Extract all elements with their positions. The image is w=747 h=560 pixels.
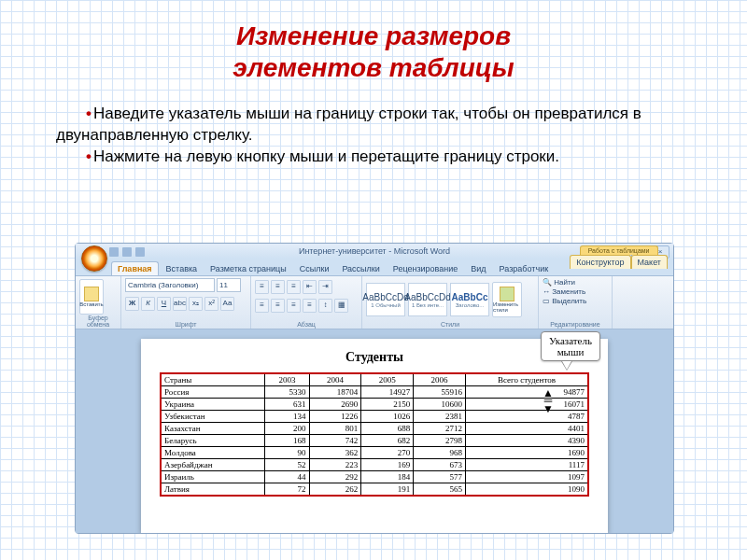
table-header: 2006 [414, 373, 466, 386]
table-header: 2004 [309, 373, 361, 386]
font-size-combo[interactable]: 11 [217, 278, 241, 292]
table-header: 2005 [361, 373, 414, 386]
table-row[interactable]: Россия533018704149275591694877 [161, 386, 588, 399]
students-table[interactable]: Страны2003200420052006Всего студентов Ро… [160, 372, 589, 497]
tab-developer[interactable]: Разработчик [494, 262, 554, 275]
paste-button[interactable]: Вставить [79, 279, 104, 315]
align-right-button[interactable]: ≡ [287, 299, 301, 313]
tab-insert[interactable]: Вставка [161, 262, 203, 275]
tab-view[interactable]: Вид [465, 262, 491, 275]
callout-pointer: Указательмыши [541, 331, 600, 370]
style-no-spacing[interactable]: AaBbCcDd1 Без инте... [408, 283, 447, 316]
table-row[interactable]: Молдова903622709681690 [161, 447, 588, 459]
table-row[interactable]: Латвия722621915651090 [161, 483, 588, 497]
slide-title: Изменение размеровэлементов таблицы [0, 21, 747, 83]
align-center-button[interactable]: ≡ [271, 299, 285, 313]
align-left-button[interactable]: ≡ [255, 299, 269, 313]
select-button[interactable]: ▭ Выделить [543, 297, 586, 305]
ribbon-tabs: Главная Вставка Разметка страницы Ссылки… [76, 259, 673, 275]
resize-cursor-icon: ▲═▼ [543, 389, 554, 413]
table-header: Страны [161, 373, 265, 386]
bold-button[interactable]: Ж [125, 297, 139, 311]
bullet-icon: • [86, 105, 92, 122]
underline-button[interactable]: Ч [157, 297, 171, 311]
italic-button[interactable]: К [141, 297, 155, 311]
table-row[interactable]: Казахстан20080168827124401 [161, 423, 588, 435]
tab-references[interactable]: Ссылки [294, 262, 335, 275]
ribbon: Вставить Буфер обмена Cambria (Заголовки… [76, 275, 673, 329]
table-row[interactable]: Азербайджан522231696731117 [161, 459, 588, 471]
replace-button[interactable]: ↔ Заменить [543, 287, 585, 296]
word-screenshot: Интернет-университет - Microsoft Word _ … [75, 243, 674, 534]
multilevel-button[interactable]: ≡ [287, 280, 301, 294]
style-normal[interactable]: AaBbCcDd1 Обычный [366, 283, 405, 316]
indent-inc-button[interactable]: ⇥ [318, 280, 332, 294]
tab-page-layout[interactable]: Разметка страницы [204, 262, 292, 275]
tab-mailings[interactable]: Рассылки [336, 262, 385, 275]
case-button[interactable]: Aa [220, 297, 234, 311]
spacing-button[interactable]: ↕ [318, 299, 332, 313]
numbering-button[interactable]: ≡ [271, 280, 285, 294]
sub-button[interactable]: x₂ [189, 297, 203, 311]
font-name-combo[interactable]: Cambria (Заголовки) [125, 278, 215, 292]
table-row[interactable]: Беларусь16874268227984390 [161, 435, 588, 447]
table-row[interactable]: Украина631269021501060016071 [161, 399, 588, 411]
styles-icon [500, 287, 514, 301]
tab-design[interactable]: Конструктор [570, 255, 630, 269]
body-text: •Наведите указатель мыши на границу стро… [56, 104, 691, 168]
table-row[interactable]: Израиль442921845771097 [161, 471, 588, 483]
quick-access-toolbar[interactable] [109, 247, 145, 257]
indent-dec-button[interactable]: ⇤ [303, 280, 317, 294]
align-justify-button[interactable]: ≡ [303, 299, 317, 313]
tab-layout[interactable]: Макет [631, 255, 668, 269]
table-header: Всего студентов [465, 373, 588, 386]
style-heading[interactable]: AaBbCcЗаголово... [450, 283, 489, 316]
tab-review[interactable]: Рецензирование [388, 262, 464, 275]
table-header: 2003 [265, 373, 309, 386]
bullet-icon: • [86, 147, 92, 165]
table-row[interactable]: Узбекистан1341226102623814787 [161, 411, 588, 423]
strike-button[interactable]: abc [173, 297, 187, 311]
shading-button[interactable]: ▦ [334, 299, 348, 313]
tab-home[interactable]: Главная [111, 261, 159, 275]
sup-button[interactable]: x² [204, 297, 218, 311]
bullets-button[interactable]: ≡ [255, 280, 269, 294]
context-tab-group: Работа с таблицами Конструктор Макет [570, 245, 668, 269]
document-page: Студенты Страны2003200420052006Всего сту… [141, 339, 608, 533]
document-area[interactable]: Указательмыши ▲═▼ Студенты Страны2003200… [76, 329, 673, 533]
table-title: Студенты [160, 350, 589, 365]
change-styles-button[interactable]: Изменить стили [492, 282, 522, 317]
find-button[interactable]: 🔍 Найти [543, 278, 575, 287]
paste-icon [84, 287, 99, 301]
